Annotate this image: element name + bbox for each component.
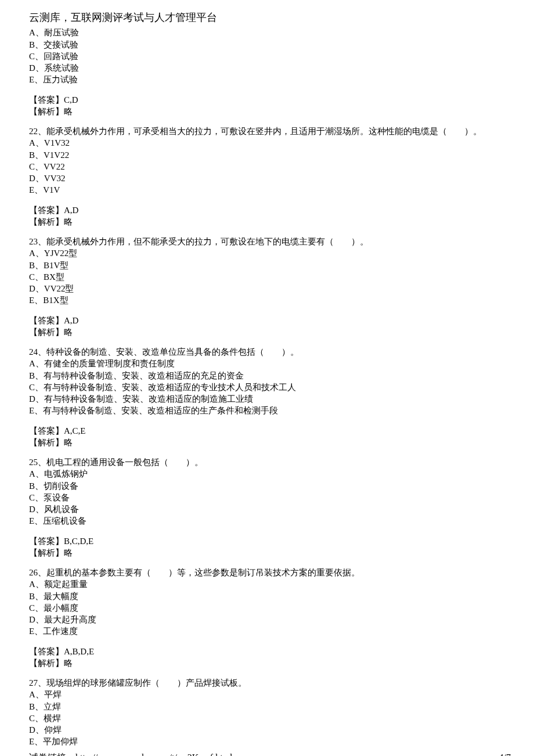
q27-option-d: D、仰焊 xyxy=(29,724,511,736)
q22-stem: 22、能承受机械外力作用，可承受相当大的拉力，可敷设在竖井内，且适用于潮湿场所。… xyxy=(29,125,511,137)
q24-stem: 24、特种设备的制造、安装、改造单位应当具备的条件包括（ ）。 xyxy=(29,346,511,358)
q26-option-d: D、最大起升高度 xyxy=(29,614,511,625)
q27-option-e: E、平加仰焊 xyxy=(29,736,511,747)
footer-link-label: 试卷链接： xyxy=(29,753,75,756)
q25-analysis: 【解析】略 xyxy=(29,547,511,559)
page-header: 云测库，互联网测评考试与人才管理平台 xyxy=(29,10,511,24)
q22-option-d: D、VV32 xyxy=(29,172,511,184)
q21-option-b: B、交接试验 xyxy=(29,39,511,51)
q23-option-a: A、YJV22型 xyxy=(29,247,511,259)
q24-option-d: D、有与特种设备制造、安装、改造相适应的制造施工业绩 xyxy=(29,393,511,405)
q27-stem: 27、现场组焊的球形储罐应制作（ ）产品焊接试板。 xyxy=(29,677,511,689)
page-footer: 试卷链接：http://www.yunceku.com/t/ws3Knwf.ht… xyxy=(29,751,511,756)
q25-option-b: B、切削设备 xyxy=(29,480,511,492)
q26-answer: 【答案】A,B,D,E xyxy=(29,646,511,657)
q23-analysis: 【解析】略 xyxy=(29,326,511,338)
q21-answer: 【答案】C,D xyxy=(29,94,511,106)
q22-option-e: E、V1V xyxy=(29,184,511,196)
q25-option-a: A、电弧炼钢炉 xyxy=(29,468,511,480)
q23-option-c: C、BX型 xyxy=(29,271,511,283)
q26-option-c: C、最小幅度 xyxy=(29,602,511,614)
q23-stem: 23、能承受机械外力作用，但不能承受大的拉力，可敷设在地下的电缆主要有（ ）。 xyxy=(29,236,511,247)
q25-answer: 【答案】B,C,D,E xyxy=(29,535,511,547)
footer-link-url: http://www.yunceku.com/t/ws3Knwf.html xyxy=(75,753,233,756)
q23-option-e: E、B1X型 xyxy=(29,294,511,306)
q25-option-d: D、风机设备 xyxy=(29,503,511,515)
q27-option-a: A、平焊 xyxy=(29,689,511,700)
q21-analysis: 【解析】略 xyxy=(29,106,511,117)
q26-stem: 26、起重机的基本参数主要有（ ）等，这些参数是制订吊装技术方案的重要依据。 xyxy=(29,567,511,578)
q25-stem: 25、机电工程的通用设备一般包括（ ）。 xyxy=(29,456,511,468)
q22-option-b: B、V1V22 xyxy=(29,149,511,161)
q26-option-b: B、最大幅度 xyxy=(29,591,511,602)
q25-option-c: C、泵设备 xyxy=(29,492,511,503)
q22-answer: 【答案】A,D xyxy=(29,204,511,216)
q22-analysis: 【解析】略 xyxy=(29,216,511,228)
q22-option-a: A、V1V32 xyxy=(29,137,511,149)
q23-option-b: B、B1V型 xyxy=(29,260,511,271)
page-number: 4/7 xyxy=(499,751,511,756)
q26-option-a: A、额定起重量 xyxy=(29,578,511,590)
q27-option-c: C、横焊 xyxy=(29,712,511,724)
q24-analysis: 【解析】略 xyxy=(29,437,511,448)
q21-option-e: E、压力试验 xyxy=(29,74,511,85)
q25-option-e: E、压缩机设备 xyxy=(29,515,511,527)
q22-option-c: C、VV22 xyxy=(29,161,511,172)
q23-answer: 【答案】A,D xyxy=(29,315,511,326)
q26-option-e: E、工作速度 xyxy=(29,625,511,637)
q23-option-d: D、VV22型 xyxy=(29,283,511,294)
q24-option-c: C、有与特种设备制造、安装、改造相适应的专业技术人员和技术工人 xyxy=(29,381,511,393)
q24-answer: 【答案】A,C,E xyxy=(29,425,511,437)
q24-option-b: B、有与特种设备制造、安装、改造相适应的充足的资金 xyxy=(29,370,511,381)
q21-option-c: C、回路试验 xyxy=(29,51,511,62)
q21-option-d: D、系统试验 xyxy=(29,62,511,74)
q26-analysis: 【解析】略 xyxy=(29,657,511,669)
q21-option-a: A、耐压试验 xyxy=(29,27,511,38)
q27-option-b: B、立焊 xyxy=(29,701,511,712)
q24-option-e: E、有与特种设备制造、安装、改造相适应的生产条件和检测手段 xyxy=(29,405,511,416)
q24-option-a: A、有健全的质量管理制度和责任制度 xyxy=(29,358,511,369)
